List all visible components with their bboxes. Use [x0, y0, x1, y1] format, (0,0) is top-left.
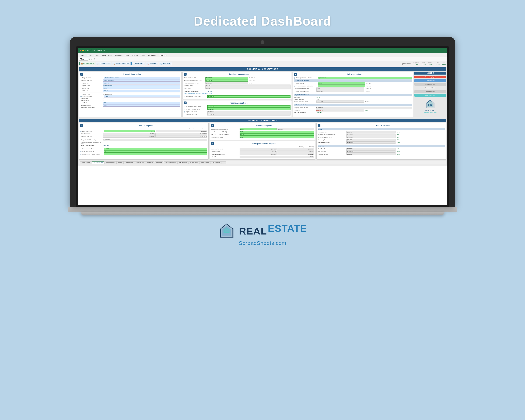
inflation-rate-value[interactable]: 2.0%	[318, 82, 365, 84]
nav-summary[interactable]: 📄 SUMMARY	[131, 62, 145, 65]
tab-disclaimer[interactable]: DISCLAIMER	[80, 161, 92, 164]
tab-financing[interactable]: FINANCING	[178, 161, 188, 164]
total-financing-annual: $ 18,446	[277, 153, 314, 155]
loan-divider1	[80, 138, 207, 138]
qr-cap-rate: Cap Rate 7.5%	[413, 62, 419, 65]
nav-debt-schedule[interactable]: 📋 DEBT SCHEDULE	[112, 62, 131, 65]
interest-rate-value[interactable]: 4.000%	[104, 148, 207, 150]
tab-more[interactable]: ...	[222, 161, 226, 164]
prop-state-label: Property State	[81, 85, 102, 86]
down-payment-pct[interactable]: 10.0%	[104, 130, 155, 132]
prop-val-value[interactable]: Appreciation	[318, 77, 412, 79]
pmi-pct[interactable]: 1.00%	[240, 131, 314, 133]
tab-graphs[interactable]: GRAPHS	[145, 161, 154, 164]
us-acq-value: $ 16,500	[346, 136, 395, 139]
prop-state-value[interactable]: North Carolina	[103, 84, 180, 87]
nav-dashboard[interactable]: 🏠 DASHBOARD	[79, 62, 95, 65]
down-payment-icon: ◇	[80, 130, 82, 132]
prop-yearreno-row: Year Renovated 2008	[80, 104, 180, 107]
prop-zip-value[interactable]: 28202	[103, 87, 180, 89]
prop-divider1	[80, 93, 180, 93]
arv-value[interactable]: $ 310,000	[207, 95, 290, 98]
cell-reference[interactable]: BD46	[79, 58, 88, 61]
ltv-cancel-pct[interactable]: 80.0%	[240, 133, 314, 136]
inflation-rate-label: Inflation Rate	[296, 83, 317, 84]
nav-reports[interactable]: 📑 REPORTS	[159, 62, 172, 65]
tab-vbatools[interactable]: VBA Tools	[158, 54, 169, 57]
optimal-sale-value: 6/15/2034	[207, 113, 290, 115]
tab-forecasts[interactable]: FORECASTS	[104, 161, 116, 164]
legend-mandatory: Mandatory Input	[414, 75, 446, 78]
loan-term-value[interactable]: 30	[104, 150, 207, 153]
tab-report[interactable]: REPORT	[155, 161, 163, 164]
loan-insurance-annual: $ 2,700	[277, 150, 314, 153]
tab-maxprice[interactable]: MAX PRICE	[211, 161, 222, 164]
mortgage-closing-amt: $ 5,400	[277, 128, 314, 130]
optimal-sale-label: Optimal Sale Date	[186, 113, 207, 115]
re-logo-icon: RE	[425, 99, 435, 109]
tab-data[interactable]: Data	[124, 54, 131, 57]
prop-name-value[interactable]: My Real Estate Project	[104, 77, 180, 79]
prop-debt-label: Property Debt Financing	[81, 139, 102, 141]
other-assumptions-card: 2 Other Assumptions Mortgage Closing Cos…	[210, 123, 316, 140]
excel-titlebar: AutoSave OFF BD46	[78, 48, 447, 53]
prop-yearbuilt-value[interactable]: 1999	[103, 102, 180, 104]
close-dot	[80, 50, 81, 51]
financing-section: FINANCING ASSUMPTIONS 1 Loan Assumptions	[79, 119, 446, 160]
pp-value[interactable]: $ 300,000	[206, 77, 248, 79]
purchasing-cost-pct: 5.0%	[249, 82, 291, 84]
qr-rs: RS 13.7%	[435, 62, 440, 65]
qr-coc: COC 11.7%	[422, 62, 426, 65]
qr-coc-val: 11.7%	[422, 64, 426, 65]
tab-view[interactable]: View	[140, 54, 147, 57]
src-cash-pct: 19%	[397, 148, 445, 150]
inflation-per: Per Year	[366, 83, 412, 84]
reinvest-pct[interactable]: 2.00%	[240, 136, 314, 138]
src-total-pct: 100%	[397, 153, 445, 155]
legend-calc3: Calculated Field	[414, 90, 446, 93]
tab-pagelayout[interactable]: Page Layout	[101, 54, 113, 57]
prop-city-value[interactable]: Charlotte	[103, 82, 180, 84]
prop-mls-value[interactable]: 123456	[103, 90, 180, 92]
interest-only-value[interactable]: 1	[104, 153, 207, 155]
prop-sqft-value[interactable]: 2,500 ft²	[104, 95, 180, 97]
tab-amortization[interactable]: AMORTIZATION	[164, 161, 177, 164]
tab-debt[interactable]: DEBT	[116, 161, 123, 164]
sale-assumptions-card: 4 Sale Assumptions ◇ Property Valuation …	[293, 72, 413, 117]
inflation-rate-icon: ◇	[294, 83, 295, 84]
tab-file[interactable]: File	[79, 54, 85, 57]
nav-graphs[interactable]: 📊 GRAPHS	[146, 62, 158, 65]
repair-value[interactable]: $ 10,000	[206, 79, 248, 82]
tab-scenarios[interactable]: SCENARIOS	[199, 161, 211, 164]
us-acq-row: Other Acquisition Costs $ 16,500 5%	[318, 136, 445, 139]
tab-expenses[interactable]: EXPENSES	[188, 161, 199, 164]
nav-forecasts[interactable]: 📈 FORECASTS	[96, 62, 111, 65]
mortgage-closing-pct[interactable]: 2.00%	[240, 128, 276, 130]
tab-developer[interactable]: Developer	[147, 54, 158, 57]
holding-label: Holding Costs	[184, 85, 205, 86]
holding-period-value[interactable]: 30 years	[207, 108, 290, 110]
pi-annual-header: Annually	[304, 146, 314, 148]
tab-insert[interactable]: Insert	[93, 54, 101, 57]
prop-yearbuilt-row: Year Built 1999	[80, 102, 180, 104]
quick-results: Quick Results Cap Rate 7.5% COC 11.7% 1%…	[402, 62, 446, 65]
prop-type-label: Property Type	[81, 93, 102, 95]
prop-bed-label: Bedroom(s)	[81, 98, 102, 99]
tab-review[interactable]: Review	[131, 54, 140, 57]
tab-mortgage[interactable]: MORTGAGE	[123, 161, 135, 164]
bottom-logo-re: REAL	[239, 225, 267, 237]
tab-dashboard[interactable]: DASHBOARD	[92, 161, 104, 164]
tab-summary[interactable]: SUMMARY	[135, 161, 145, 164]
maximize-dot	[85, 50, 86, 51]
legend-title: LEGEND	[414, 72, 446, 75]
fx-label: fx	[94, 58, 95, 61]
debt-financing-pct: 90.0%	[103, 133, 155, 135]
tab-home[interactable]: Home	[85, 54, 93, 57]
tab-formulas[interactable]: Formulas	[114, 54, 124, 57]
appr-above-value[interactable]: –	[318, 85, 365, 87]
purchase-date-value[interactable]: 6/15/2020	[207, 105, 290, 108]
formula-separator: ✕ ✓	[89, 58, 93, 61]
prop-yearreno-value[interactable]: 2008	[103, 104, 180, 107]
prop-address-value[interactable]: 123 Smith Street	[103, 79, 180, 82]
interest-rate-row: ◇ Loan Interest Rate 4.000%	[80, 148, 207, 150]
